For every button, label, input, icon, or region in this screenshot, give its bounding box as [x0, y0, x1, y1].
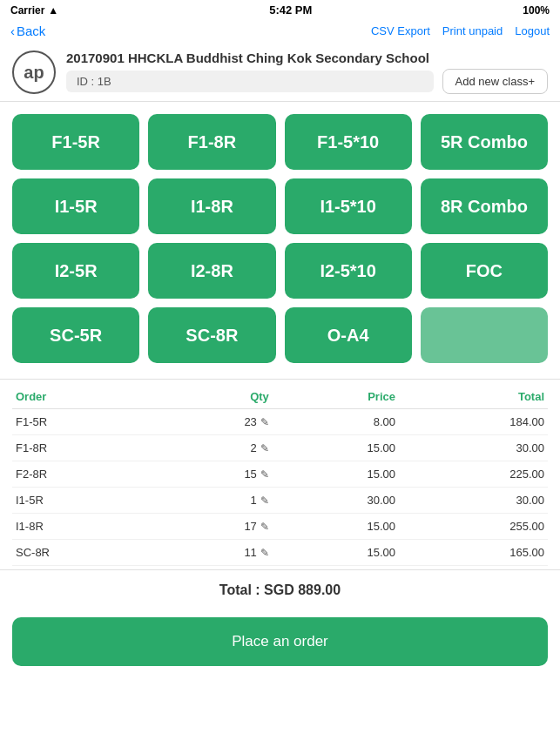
order-total: 30.00: [399, 435, 548, 461]
chevron-left-icon: ‹: [10, 24, 15, 38]
order-name: SC-8R: [12, 540, 159, 566]
class-button-F1-8R[interactable]: F1-8R: [148, 114, 275, 170]
header-info: 20170901 HHCKLA Buddhist Ching Kok Secon…: [66, 50, 548, 94]
order-price: 30.00: [273, 488, 399, 514]
table-row: I1-8R 17 ✎ 15.00 255.00: [12, 514, 548, 540]
class-button-5R Combo[interactable]: 5R Combo: [421, 114, 548, 170]
edit-icon[interactable]: ✎: [260, 468, 269, 481]
status-left: Carrier ▲: [10, 4, 58, 17]
edit-icon[interactable]: ✎: [260, 521, 269, 533]
school-title: 20170901 HHCKLA Buddhist Ching Kok Secon…: [66, 50, 548, 65]
col-header-order: Order: [12, 383, 159, 409]
back-button[interactable]: ‹ Back: [10, 24, 45, 38]
class-button-empty-15: [421, 307, 548, 363]
order-total: 255.00: [399, 514, 548, 540]
col-header-total: Total: [399, 383, 548, 409]
nav-actions: CSV Export Print unpaid Logout: [371, 24, 550, 37]
order-name: I1-8R: [12, 514, 159, 540]
back-label: Back: [17, 24, 45, 38]
order-total: 165.00: [399, 540, 548, 566]
logo: ap: [12, 50, 56, 94]
edit-icon[interactable]: ✎: [260, 495, 269, 507]
top-nav: ‹ Back CSV Export Print unpaid Logout: [0, 20, 560, 44]
col-header-price: Price: [273, 383, 399, 409]
order-qty: 11 ✎: [159, 540, 273, 566]
total-display: Total : SGD 889.00: [0, 569, 560, 610]
order-name: F1-8R: [12, 435, 159, 461]
table-row: F1-5R 23 ✎ 8.00 184.00: [12, 409, 548, 435]
order-qty: 1 ✎: [159, 488, 273, 514]
order-total: 30.00: [399, 488, 548, 514]
order-qty: 2 ✎: [159, 435, 273, 461]
class-button-I1-5R[interactable]: I1-5R: [12, 178, 139, 234]
order-name: F2-8R: [12, 461, 159, 488]
order-price: 15.00: [273, 540, 399, 566]
order-total: 225.00: [399, 461, 548, 488]
class-button-I2-8R[interactable]: I2-8R: [148, 243, 275, 299]
add-class-button[interactable]: Add new class+: [442, 69, 548, 94]
order-price: 15.00: [273, 514, 399, 540]
order-qty: 15 ✎: [159, 461, 273, 488]
class-button-I1-5*10[interactable]: I1-5*10: [285, 178, 412, 234]
table-row: F1-8R 2 ✎ 15.00 30.00: [12, 435, 548, 461]
class-button-I2-5R[interactable]: I2-5R: [12, 243, 139, 299]
logout-button[interactable]: Logout: [515, 24, 550, 37]
status-bar: Carrier ▲ 5:42 PM 100%: [0, 0, 560, 20]
edit-icon[interactable]: ✎: [260, 547, 269, 559]
logo-text: ap: [24, 63, 44, 83]
edit-icon[interactable]: ✎: [260, 416, 269, 428]
status-time: 5:42 PM: [269, 3, 312, 17]
class-button-I1-8R[interactable]: I1-8R: [148, 178, 275, 234]
edit-icon[interactable]: ✎: [260, 442, 269, 454]
class-button-I2-5*10[interactable]: I2-5*10: [285, 243, 412, 299]
table-row: I1-5R 1 ✎ 30.00 30.00: [12, 488, 548, 514]
carrier-label: Carrier: [10, 4, 44, 17]
class-button-F1-5*10[interactable]: F1-5*10: [285, 114, 412, 170]
order-qty: 17 ✎: [159, 514, 273, 540]
wifi-icon: ▲: [48, 4, 58, 17]
id-row: ID : 1B Add new class+: [66, 69, 548, 94]
class-grid: F1-5RF1-8RF1-5*105R ComboI1-5RI1-8RI1-5*…: [0, 102, 560, 375]
table-row: SC-8R 11 ✎ 15.00 165.00: [12, 540, 548, 566]
order-price: 15.00: [273, 461, 399, 488]
order-name: F1-5R: [12, 409, 159, 435]
order-table: Order Qty Price Total F1-5R 23 ✎ 8.00 18…: [12, 383, 548, 566]
class-button-SC-8R[interactable]: SC-8R: [148, 307, 275, 363]
csv-export-button[interactable]: CSV Export: [371, 24, 430, 37]
id-field: ID : 1B: [66, 71, 434, 92]
order-name: I1-5R: [12, 488, 159, 514]
order-section: Order Qty Price Total F1-5R 23 ✎ 8.00 18…: [0, 379, 560, 566]
class-button-8R Combo[interactable]: 8R Combo: [421, 178, 548, 234]
place-order-button[interactable]: Place an order: [12, 617, 548, 666]
col-header-qty: Qty: [159, 383, 273, 409]
order-price: 15.00: [273, 435, 399, 461]
class-button-O-A4[interactable]: O-A4: [285, 307, 412, 363]
class-button-F1-5R[interactable]: F1-5R: [12, 114, 139, 170]
class-button-FOC[interactable]: FOC: [421, 243, 548, 299]
table-row: F2-8R 15 ✎ 15.00 225.00: [12, 461, 548, 488]
order-price: 8.00: [273, 409, 399, 435]
battery-label: 100%: [523, 4, 550, 17]
order-total: 184.00: [399, 409, 548, 435]
header-section: ap 20170901 HHCKLA Buddhist Ching Kok Se…: [0, 44, 560, 102]
class-button-SC-5R[interactable]: SC-5R: [12, 307, 139, 363]
order-qty: 23 ✎: [159, 409, 273, 435]
print-unpaid-button[interactable]: Print unpaid: [442, 24, 503, 37]
